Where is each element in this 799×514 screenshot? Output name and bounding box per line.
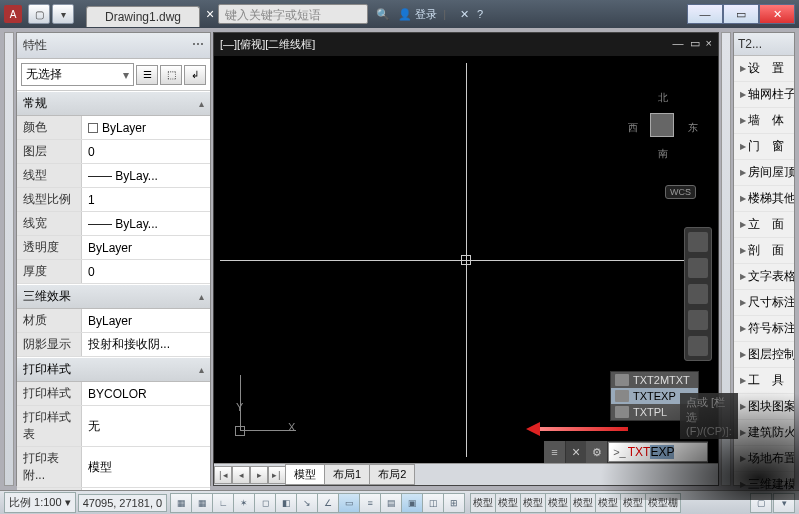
status-clean-screen-icon[interactable]: ▢ <box>750 493 772 513</box>
palette-item[interactable]: ▶楼梯其他 <box>734 186 794 212</box>
tab-next-icon[interactable]: ▸ <box>250 466 268 484</box>
cmdline-close-icon[interactable]: × <box>566 444 586 460</box>
command-input[interactable]: >_ TXTEXP <box>608 442 708 462</box>
palette-item[interactable]: ▶尺寸标注 <box>734 290 794 316</box>
prop-row-thickness[interactable]: 厚度0 <box>17 260 210 284</box>
viewport-slot[interactable]: 模型 <box>620 493 646 513</box>
viewport-slot[interactable]: 模型 <box>545 493 571 513</box>
nav-showmotion-icon[interactable] <box>688 336 708 356</box>
toggle-lwt-icon[interactable]: ≡ <box>359 493 381 513</box>
window-maximize-button[interactable]: ▭ <box>723 4 759 24</box>
toggle-polar-icon[interactable]: ✶ <box>233 493 255 513</box>
status-tray-icon[interactable]: ▾ <box>773 493 795 513</box>
toggle-snap-icon[interactable]: ▦ <box>170 493 192 513</box>
palette-item[interactable]: ▶立 面 <box>734 212 794 238</box>
section-3d[interactable]: 三维效果▴ <box>17 284 210 309</box>
prop-row-layer[interactable]: 图层0 <box>17 140 210 164</box>
search-go-icon[interactable]: 🔍 <box>376 8 390 21</box>
command-line[interactable]: ≡ × ⚙ >_ TXTEXP <box>544 441 708 463</box>
toggle-pickadd-icon[interactable]: ↲ <box>184 65 206 85</box>
tool-palette-title[interactable]: T2... <box>734 33 794 56</box>
viewport-maximize-icon[interactable]: ▭ <box>690 37 700 52</box>
wcs-badge[interactable]: WCS <box>665 185 696 199</box>
qat-new-icon[interactable]: ▢ <box>28 4 50 24</box>
left-dock-bar[interactable] <box>4 32 14 486</box>
prop-row-material[interactable]: 材质ByLayer <box>17 309 210 333</box>
prop-row-color[interactable]: 颜色ByLayer <box>17 116 210 140</box>
tab-first-icon[interactable]: ∣◂ <box>214 466 232 484</box>
palette-item[interactable]: ▶图块图案 <box>734 394 794 420</box>
palette-item[interactable]: ▶房间屋顶 <box>734 160 794 186</box>
palette-item[interactable]: ▶工 具 <box>734 368 794 394</box>
prop-row-plotstyle[interactable]: 打印样式BYCOLOR <box>17 382 210 406</box>
palette-item[interactable]: ▶门 窗 <box>734 134 794 160</box>
palette-item[interactable]: ▶图层控制 <box>734 342 794 368</box>
toggle-otrack-icon[interactable]: ↘ <box>296 493 318 513</box>
login-button[interactable]: 👤 登录 <box>398 7 437 22</box>
status-scale[interactable]: 比例 1:100 ▾ <box>4 492 76 513</box>
file-tab-close-icon[interactable]: × <box>206 6 214 22</box>
panel-menu-icon[interactable]: ⋯ <box>192 37 204 54</box>
palette-item[interactable]: ▶剖 面 <box>734 238 794 264</box>
section-general[interactable]: 常规▴ <box>17 91 210 116</box>
viewport-label[interactable]: [—][俯视][二维线框] <box>220 37 315 52</box>
properties-title[interactable]: 特性⋯ <box>17 33 210 59</box>
toggle-grid-icon[interactable]: ▦ <box>191 493 213 513</box>
toggle-ortho-icon[interactable]: ∟ <box>212 493 234 513</box>
viewport-slot[interactable]: 模型棚 <box>645 493 681 513</box>
nav-orbit-icon[interactable] <box>688 310 708 330</box>
file-tab[interactable]: Drawing1.dwg <box>86 6 200 27</box>
window-close-button[interactable]: ✕ <box>759 4 795 24</box>
toggle-osnap-icon[interactable]: ◻ <box>254 493 276 513</box>
help-icon[interactable]: ? <box>477 8 483 20</box>
viewport-slot[interactable]: 模型 <box>595 493 621 513</box>
viewport-slot[interactable]: 模型 <box>570 493 596 513</box>
palette-item[interactable]: ▶墙 体 <box>734 108 794 134</box>
app-icon[interactable]: A <box>4 5 22 23</box>
autocomplete-item[interactable]: TXT2MTXT <box>611 372 698 388</box>
cmdline-history-icon[interactable]: ≡ <box>544 441 566 463</box>
status-coords[interactable]: 47095, 27181, 0 <box>78 494 168 512</box>
help-search-input[interactable]: 键入关键字或短语 <box>218 4 368 24</box>
prop-row-ltscale[interactable]: 线型比例1 <box>17 188 210 212</box>
nav-zoom-icon[interactable] <box>688 284 708 304</box>
tab-last-icon[interactable]: ▸∣ <box>268 466 286 484</box>
palette-item[interactable]: ▶文字表格 <box>734 264 794 290</box>
cmdline-customize-icon[interactable]: ⚙ <box>586 441 608 463</box>
tab-prev-icon[interactable]: ◂ <box>232 466 250 484</box>
tab-layout1[interactable]: 布局1 <box>324 464 370 485</box>
toggle-3dosnap-icon[interactable]: ◧ <box>275 493 297 513</box>
palette-item[interactable]: ▶场地布置 <box>734 446 794 472</box>
palette-item[interactable]: ▶设 置 <box>734 56 794 82</box>
window-minimize-button[interactable]: — <box>687 4 723 24</box>
toggle-dyn-icon[interactable]: ▭ <box>338 493 360 513</box>
toggle-qp-icon[interactable]: ▣ <box>401 493 423 513</box>
select-objects-icon[interactable]: ⬚ <box>160 65 182 85</box>
exchange-icon[interactable]: ✕ <box>460 8 469 21</box>
toggle-am-icon[interactable]: ⊞ <box>443 493 465 513</box>
tab-layout2[interactable]: 布局2 <box>369 464 415 485</box>
palette-item[interactable]: ▶建筑防火 <box>734 420 794 446</box>
view-cube[interactable]: 北 南 东 西 <box>628 91 698 161</box>
nav-wheel-icon[interactable] <box>688 232 708 252</box>
quick-select-icon[interactable]: ☰ <box>136 65 158 85</box>
prop-row-plotattach[interactable]: 打印表附...模型 <box>17 447 210 488</box>
nav-pan-icon[interactable] <box>688 258 708 278</box>
toggle-ducs-icon[interactable]: ∠ <box>317 493 339 513</box>
tab-model[interactable]: 模型 <box>285 464 325 485</box>
prop-row-lineweight[interactable]: 线宽—— ByLay... <box>17 212 210 236</box>
selection-dropdown[interactable]: 无选择▾ <box>21 63 134 86</box>
palette-item[interactable]: ▶符号标注 <box>734 316 794 342</box>
toggle-tpy-icon[interactable]: ▤ <box>380 493 402 513</box>
prop-row-plottable[interactable]: 打印样式表无 <box>17 406 210 447</box>
navigation-bar[interactable] <box>684 227 712 361</box>
view-cube-face[interactable] <box>650 113 674 137</box>
qat-open-icon[interactable]: ▾ <box>52 4 74 24</box>
viewport-slot[interactable]: 模型 <box>470 493 496 513</box>
toggle-sc-icon[interactable]: ◫ <box>422 493 444 513</box>
palette-item[interactable]: ▶轴网柱子 <box>734 82 794 108</box>
prop-row-transparency[interactable]: 透明度ByLayer <box>17 236 210 260</box>
viewport-slot[interactable]: 模型 <box>495 493 521 513</box>
viewport-minimize-icon[interactable]: — <box>673 37 684 52</box>
viewport-close-icon[interactable]: × <box>706 37 712 52</box>
